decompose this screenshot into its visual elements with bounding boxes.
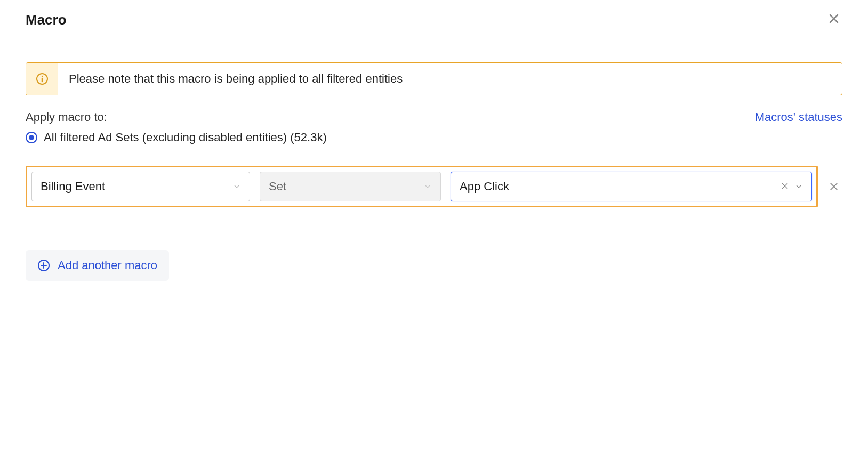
plus-circle-icon bbox=[37, 259, 50, 272]
operation-select[interactable]: Set bbox=[260, 172, 441, 201]
value-select-value: App Click bbox=[460, 180, 509, 193]
clear-value-button[interactable] bbox=[781, 180, 789, 193]
close-icon bbox=[781, 182, 789, 190]
macro-rule-highlight: Billing Event Set App Click bbox=[26, 166, 818, 207]
apply-target-radio[interactable]: All filtered Ad Sets (excluding disabled… bbox=[26, 131, 842, 144]
add-another-label: Add another macro bbox=[58, 259, 157, 272]
dialog-header: Macro bbox=[0, 0, 868, 41]
close-icon bbox=[827, 12, 840, 25]
operation-select-value: Set bbox=[269, 180, 286, 193]
info-banner: Please note that this macro is being app… bbox=[26, 62, 842, 95]
radio-icon bbox=[26, 132, 37, 143]
macro-rule-row: Billing Event Set App Click bbox=[26, 166, 842, 207]
chevron-down-icon bbox=[423, 182, 432, 191]
dialog-content: Please note that this macro is being app… bbox=[0, 41, 868, 302]
info-icon bbox=[36, 72, 49, 85]
info-banner-text: Please note that this macro is being app… bbox=[58, 72, 403, 86]
info-icon-box bbox=[26, 63, 58, 95]
value-select[interactable]: App Click bbox=[451, 172, 812, 201]
chevron-down-icon bbox=[232, 182, 241, 191]
chevron-down-icon bbox=[794, 182, 803, 191]
apply-label: Apply macro to: bbox=[26, 110, 107, 124]
close-icon bbox=[829, 181, 839, 192]
close-button[interactable] bbox=[825, 10, 842, 30]
field-select[interactable]: Billing Event bbox=[31, 172, 250, 201]
add-another-macro-button[interactable]: Add another macro bbox=[26, 250, 169, 281]
radio-label: All filtered Ad Sets (excluding disabled… bbox=[44, 131, 327, 144]
dialog-title: Macro bbox=[26, 12, 67, 28]
apply-row: Apply macro to: Macros' statuses bbox=[26, 110, 842, 124]
field-select-value: Billing Event bbox=[41, 180, 105, 193]
remove-rule-button[interactable] bbox=[825, 178, 842, 195]
macros-statuses-link[interactable]: Macros' statuses bbox=[755, 110, 842, 124]
